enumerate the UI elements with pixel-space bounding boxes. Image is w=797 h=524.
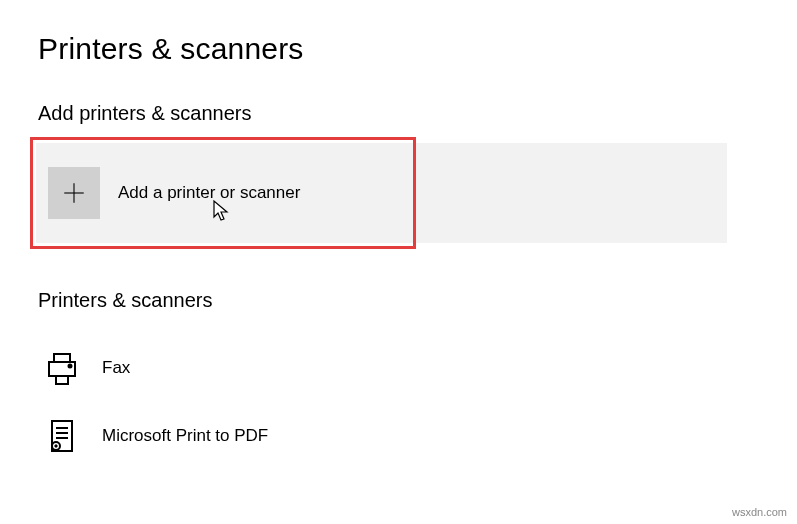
- device-label: Microsoft Print to PDF: [102, 426, 268, 446]
- page-title: Printers & scanners: [0, 0, 797, 66]
- device-item-fax[interactable]: Fax: [0, 334, 797, 402]
- svg-rect-4: [56, 376, 68, 384]
- svg-rect-3: [54, 354, 70, 362]
- pdf-printer-icon: [40, 414, 84, 458]
- svg-point-5: [69, 365, 72, 368]
- add-printer-label: Add a printer or scanner: [118, 183, 300, 203]
- device-list: Fax Microsoft Print to PDF: [0, 334, 797, 470]
- fax-icon: [40, 346, 84, 390]
- watermark: wsxdn.com: [732, 506, 787, 518]
- device-label: Fax: [102, 358, 130, 378]
- device-item-microsoft-print-to-pdf[interactable]: Microsoft Print to PDF: [0, 402, 797, 470]
- devices-section-heading: Printers & scanners: [0, 289, 797, 312]
- plus-icon: [48, 167, 100, 219]
- add-section-heading: Add printers & scanners: [0, 102, 797, 125]
- add-printer-button[interactable]: Add a printer or scanner: [36, 143, 727, 243]
